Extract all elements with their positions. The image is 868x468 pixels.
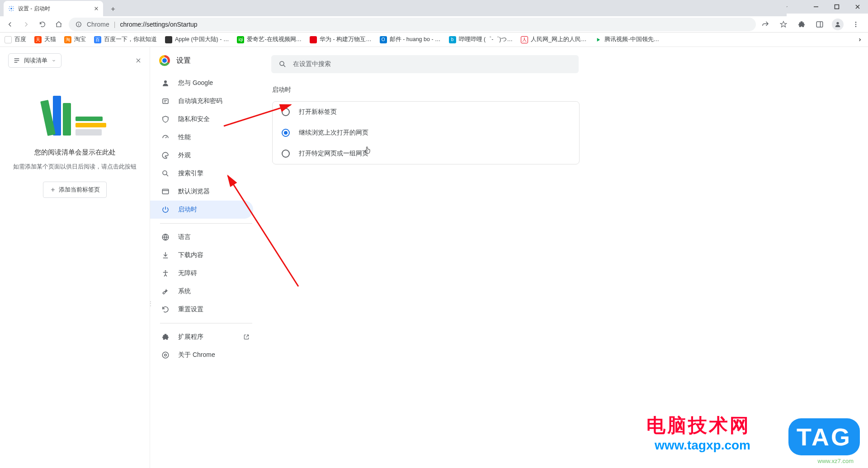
reading-list-illustration <box>34 86 116 136</box>
reading-list-dropdown[interactable]: 阅读清单 <box>8 53 61 68</box>
settings-heading: 设置 <box>176 56 191 66</box>
search-icon <box>278 60 287 68</box>
home-button[interactable] <box>52 18 65 31</box>
plus-icon <box>50 187 56 193</box>
option-open-specific-pages[interactable]: 打开特定网页或一组网页 <box>273 143 579 164</box>
chrome-outline-icon <box>161 351 170 360</box>
svg-point-15 <box>162 352 169 358</box>
startup-options-card: 打开新标签页 继续浏览上次打开的网页 打开特定网页或一组网页 <box>272 101 580 164</box>
search-placeholder: 在设置中搜索 <box>293 60 331 68</box>
nav-appearance[interactable]: 外观 <box>150 146 253 164</box>
nav-autofill[interactable]: 自动填充和密码 <box>150 92 253 110</box>
nav-about-chrome[interactable]: 关于 Chrome <box>150 346 253 364</box>
sidepanel-toggle-icon[interactable] <box>814 19 826 30</box>
nav-performance[interactable]: 性能 <box>150 128 253 146</box>
new-tab-button[interactable] <box>107 3 119 15</box>
reading-list-label: 阅读清单 <box>24 56 47 65</box>
nav-languages[interactable]: 语言 <box>150 228 253 246</box>
section-title: 启动时 <box>272 86 868 94</box>
nav-search-engine[interactable]: 搜索引擎 <box>150 164 253 183</box>
extensions-icon[interactable] <box>796 19 807 30</box>
svg-point-16 <box>165 354 167 356</box>
bookmark-item[interactable]: 天天猫 <box>34 36 56 43</box>
person-icon <box>161 79 170 88</box>
address-bar[interactable]: Chrome | chrome://settings/onStartup <box>69 18 756 31</box>
bookmarks-overflow-icon[interactable] <box>856 36 863 43</box>
svg-rect-12 <box>162 189 169 194</box>
svg-point-9 <box>164 80 167 83</box>
url-origin: Chrome <box>87 21 109 28</box>
nav-on-startup[interactable]: 启动时 <box>150 201 253 219</box>
svg-rect-10 <box>163 99 168 104</box>
browser-toolbar: Chrome | chrome://settings/onStartup <box>0 16 868 33</box>
bookmark-item[interactable]: 人人民网_网上的人民… <box>521 36 586 43</box>
maximize-icon[interactable] <box>826 0 847 14</box>
minimize-icon[interactable] <box>806 0 826 14</box>
svg-point-17 <box>280 61 284 66</box>
bookmark-star-icon[interactable] <box>778 19 789 30</box>
bookmark-item[interactable]: 腾讯视频-中国领先… <box>594 36 659 43</box>
autofill-icon <box>161 97 170 106</box>
radio-icon <box>282 150 290 158</box>
watermark-site: 电脑技术网 www.tagxp.com <box>646 413 750 453</box>
share-icon[interactable] <box>760 19 771 30</box>
nav-system[interactable]: 系统 <box>150 282 253 300</box>
watermark-tag: TAG <box>788 418 860 455</box>
close-panel-icon[interactable] <box>135 57 142 64</box>
reload-button[interactable] <box>36 18 49 31</box>
browser-tab[interactable]: 设置 - 启动时 <box>4 1 103 16</box>
bookmark-item[interactable]: iqi爱奇艺-在线视频网… <box>237 36 302 43</box>
nav-default-browser[interactable]: 默认浏览器 <box>150 183 253 201</box>
bookmark-item[interactable]: 百度 <box>5 36 26 43</box>
add-current-tab-button[interactable]: 添加当前标签页 <box>43 182 107 198</box>
close-window-icon[interactable] <box>847 0 868 14</box>
back-button[interactable] <box>4 18 16 31</box>
palette-icon <box>161 151 170 160</box>
panel-resize-handle[interactable]: ⋮ <box>147 300 153 307</box>
bookmark-item[interactable]: O邮件 - huang bo - … <box>380 36 441 43</box>
svg-point-3 <box>78 23 79 23</box>
radio-icon <box>282 108 290 116</box>
reading-list-panel: 阅读清单 您的阅读清单会显示在此处 如需添加某个页面以供日后阅读，请点击此按钮 … <box>0 47 150 468</box>
svg-point-7 <box>855 23 857 25</box>
nav-extensions[interactable]: 扩展程序 <box>150 328 253 346</box>
watermark-xz7: www.xz7.com <box>818 458 854 464</box>
url-path: chrome://settings/onStartup <box>120 21 197 28</box>
option-continue-where-left-off[interactable]: 继续浏览上次打开的网页 <box>273 122 579 143</box>
site-info-icon[interactable] <box>75 21 82 28</box>
svg-point-11 <box>163 171 167 175</box>
bookmark-item[interactable]: b哔哩哔哩 (゜-゜)つ… <box>449 36 513 43</box>
menu-dots-icon[interactable] <box>850 19 862 30</box>
nav-accessibility[interactable]: 无障碍 <box>150 264 253 282</box>
gear-icon <box>8 5 14 12</box>
globe-icon <box>161 233 170 242</box>
bookmark-item[interactable]: 百百度一下，你就知道 <box>94 36 157 43</box>
nav-divider <box>160 223 252 224</box>
tab-strip: 设置 - 启动时 <box>0 0 787 16</box>
option-open-new-tab[interactable]: 打开新标签页 <box>273 102 579 122</box>
speedometer-icon <box>161 133 170 142</box>
bookmark-item[interactable]: 华为 - 构建万物互… <box>310 36 372 43</box>
bookmarks-bar: 百度 天天猫 淘淘宝 百百度一下，你就知道 Apple (中国大陆) - … i… <box>0 33 868 47</box>
list-icon <box>13 57 20 64</box>
profile-avatar[interactable] <box>832 19 844 30</box>
settings-sidebar: 设置 您与 Google 自动填充和密码 隐私和安全 性能 外观 搜索引擎 默认… <box>150 47 262 468</box>
nav-privacy[interactable]: 隐私和安全 <box>150 110 253 128</box>
svg-point-1 <box>10 8 12 9</box>
settings-search-box[interactable]: 在设置中搜索 <box>271 55 579 73</box>
close-tab-icon[interactable] <box>94 6 99 11</box>
bookmark-item[interactable]: Apple (中国大陆) - … <box>165 36 229 43</box>
nav-reset[interactable]: 重置设置 <box>150 300 253 318</box>
svg-point-14 <box>165 270 166 271</box>
svg-point-6 <box>855 22 857 23</box>
reset-icon <box>161 305 170 314</box>
bookmark-item[interactable]: 淘淘宝 <box>64 36 86 43</box>
forward-button[interactable] <box>20 18 33 31</box>
nav-you-and-google[interactable]: 您与 Google <box>150 74 253 92</box>
wrench-icon <box>161 287 170 296</box>
tab-title: 设置 - 启动时 <box>18 5 50 13</box>
download-icon <box>161 251 170 260</box>
nav-downloads[interactable]: 下载内容 <box>150 246 253 264</box>
power-icon <box>161 205 170 214</box>
chrome-logo-icon <box>159 55 170 66</box>
